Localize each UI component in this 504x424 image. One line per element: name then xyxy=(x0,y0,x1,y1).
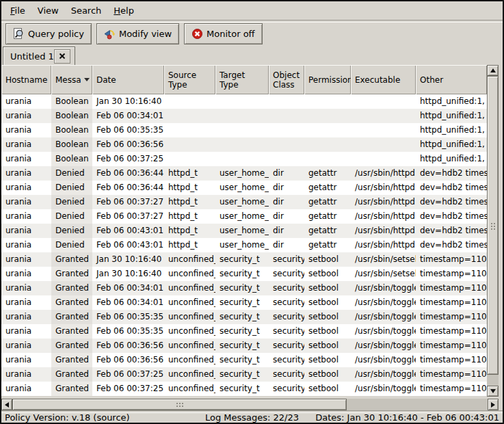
scroll-right-button[interactable] xyxy=(488,399,499,410)
table-row[interactable]: uraniaGrantedFeb 06 00:37:25unconfined_s… xyxy=(1,367,487,382)
table-cell: Feb 06 00:37:27 xyxy=(92,209,164,224)
table-cell: security xyxy=(269,295,304,310)
table-cell: security_t xyxy=(215,339,269,353)
table-cell xyxy=(304,123,351,137)
table-cell: timestamp=11076 xyxy=(416,295,487,310)
monitor-off-button[interactable]: Monitor off xyxy=(184,23,262,44)
table-cell: Boolean xyxy=(51,94,92,109)
column-header-executable[interactable]: Executable xyxy=(351,65,416,94)
table-cell: unconfined_ xyxy=(164,353,215,367)
table-row[interactable]: uraniaDeniedFeb 06 00:36:44httpd_tuser_h… xyxy=(1,166,487,181)
table-row[interactable]: uraniaBooleanFeb 06 00:35:35httpd_unifie… xyxy=(1,123,487,137)
column-header-permission[interactable]: Permission xyxy=(304,65,351,94)
column-header-other[interactable]: Other xyxy=(416,65,487,94)
table-row[interactable]: uraniaGrantedFeb 06 00:34:01unconfined_s… xyxy=(1,295,487,310)
table-cell: /usr/sbin/toggle xyxy=(351,310,416,324)
toolbar: Query policy Modify view Mo xyxy=(5,23,263,44)
table-cell: unconfined_ xyxy=(164,252,215,267)
table-cell: httpd_t xyxy=(164,238,215,252)
menu-item-search[interactable]: Search xyxy=(65,3,108,18)
column-header-message[interactable]: Messa xyxy=(51,65,92,94)
arrow-down-icon xyxy=(490,389,496,393)
column-header-date[interactable]: Date xyxy=(92,65,164,94)
table-cell: security xyxy=(269,310,304,324)
table-row[interactable]: uraniaGrantedFeb 06 00:35:35unconfined_s… xyxy=(1,324,487,339)
scroll-up-button[interactable] xyxy=(487,65,499,76)
table-cell: /usr/sbin/httpd xyxy=(351,181,416,195)
table-cell: timestamp=11076 xyxy=(416,353,487,367)
table-row[interactable]: uraniaGrantedFeb 06 00:34:01unconfined_s… xyxy=(1,281,487,295)
scroll-down-button[interactable] xyxy=(487,386,499,397)
column-header-target-type[interactable]: Target Type xyxy=(215,65,269,94)
table-row[interactable]: uraniaGrantedFeb 06 00:36:56unconfined_s… xyxy=(1,339,487,353)
table-cell: urania xyxy=(1,238,51,252)
table-cell: Granted xyxy=(51,252,92,267)
table-cell: urania xyxy=(1,267,51,281)
table-cell: Feb 06 00:43:01 xyxy=(92,224,164,238)
table-cell: getattr xyxy=(304,209,351,224)
query-policy-button[interactable]: Query policy xyxy=(5,23,92,44)
table-cell: dir xyxy=(269,238,304,252)
menu-item-help[interactable]: Help xyxy=(107,3,140,18)
table-cell: Feb 06 00:35:35 xyxy=(92,123,164,137)
tab-close-button[interactable] xyxy=(54,49,70,64)
table-cell xyxy=(269,123,304,137)
table-cell: security xyxy=(269,324,304,339)
table-cell: timestamp=11071 xyxy=(416,252,487,267)
table-row[interactable]: uraniaDeniedFeb 06 00:36:44httpd_tuser_h… xyxy=(1,181,487,195)
horizontal-scrollbar[interactable] xyxy=(1,399,499,410)
table-cell: unconfined_ xyxy=(164,324,215,339)
table-cell xyxy=(351,137,416,152)
table-cell: urania xyxy=(1,281,51,295)
table-row[interactable]: uraniaDeniedFeb 06 00:37:27httpd_tuser_h… xyxy=(1,209,487,224)
tab-label: Untitled 1 xyxy=(10,51,54,62)
table-row[interactable]: uraniaDeniedFeb 06 00:37:27httpd_tuser_h… xyxy=(1,195,487,209)
menu-item-view[interactable]: View xyxy=(31,3,65,18)
table-row[interactable]: uraniaBooleanFeb 06 00:34:01httpd_unifie… xyxy=(1,109,487,123)
horizontal-scrollbar-thumb[interactable] xyxy=(12,399,347,410)
vertical-scrollbar-thumb[interactable] xyxy=(487,76,499,375)
table-cell: unconfined_ xyxy=(164,281,215,295)
grip-icon xyxy=(176,403,178,404)
table-cell: user_home_ xyxy=(215,238,269,252)
table-cell xyxy=(164,109,215,123)
table-cell: Feb 06 00:35:35 xyxy=(92,310,164,324)
table-row[interactable]: uraniaDeniedFeb 06 00:43:01httpd_tuser_h… xyxy=(1,238,487,252)
tab-untitled-1[interactable]: Untitled 1 xyxy=(3,47,75,65)
table-cell: Granted xyxy=(51,353,92,367)
table-cell xyxy=(215,152,269,166)
table-cell xyxy=(164,94,215,109)
table-cell: unconfined_ xyxy=(164,382,215,396)
table-row[interactable]: uraniaBooleanFeb 06 00:37:25httpd_unifie… xyxy=(1,152,487,166)
modify-view-icon xyxy=(104,28,116,40)
table-row[interactable]: uraniaGrantedJan 30 10:16:40unconfined_s… xyxy=(1,252,487,267)
table-row[interactable]: uraniaGrantedFeb 06 00:37:25unconfined_s… xyxy=(1,382,487,396)
column-header-object-class[interactable]: Object Class xyxy=(269,65,304,94)
menu-item-file[interactable]: File xyxy=(4,3,31,18)
table-cell: setbool xyxy=(304,281,351,295)
vertical-scrollbar[interactable] xyxy=(487,65,499,397)
table-cell: security_t xyxy=(215,382,269,396)
scroll-left-button[interactable] xyxy=(1,399,12,410)
column-header-source-type[interactable]: Source Type xyxy=(164,65,215,94)
table-cell: urania xyxy=(1,339,51,353)
table-row[interactable]: uraniaGrantedJan 30 10:16:40unconfined_s… xyxy=(1,267,487,281)
table-cell: timestamp=11076 xyxy=(416,281,487,295)
table-row[interactable]: uraniaBooleanFeb 06 00:36:56httpd_unifie… xyxy=(1,137,487,152)
table-cell: Feb 06 00:37:27 xyxy=(92,195,164,209)
table-cell: Jan 30 10:16:40 xyxy=(92,252,164,267)
table-cell: httpd_t xyxy=(164,195,215,209)
table-cell: Feb 06 00:36:56 xyxy=(92,137,164,152)
table-row[interactable]: uraniaDeniedFeb 06 00:43:01httpd_tuser_h… xyxy=(1,224,487,238)
table-row[interactable]: uraniaGrantedFeb 06 00:35:35unconfined_s… xyxy=(1,310,487,324)
table-cell: setbool xyxy=(304,310,351,324)
modify-view-button[interactable]: Modify view xyxy=(96,23,179,44)
table-cell: dir xyxy=(269,181,304,195)
table-cell: urania xyxy=(1,152,51,166)
table-row[interactable]: uraniaBooleanJan 30 10:16:40httpd_unifie… xyxy=(1,94,487,109)
table-cell: Feb 06 00:37:25 xyxy=(92,152,164,166)
table-cell: dev=hdb2 timesta xyxy=(416,238,487,252)
table-cell: Feb 06 00:35:35 xyxy=(92,324,164,339)
table-row[interactable]: uraniaGrantedFeb 06 00:36:56unconfined_s… xyxy=(1,353,487,367)
column-header-hostname[interactable]: Hostname xyxy=(1,65,51,94)
